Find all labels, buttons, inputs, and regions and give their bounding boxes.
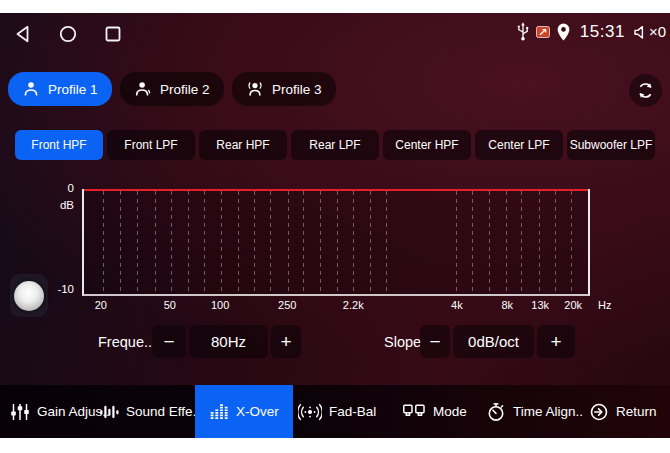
stopwatch-icon: [486, 402, 506, 422]
slope-plus-button[interactable]: +: [537, 325, 575, 358]
slope-value: 0dB/oct: [453, 325, 534, 358]
nav-label: Return: [616, 404, 657, 419]
location-icon: [555, 22, 572, 42]
tab-profile-3[interactable]: Profile 3: [232, 72, 336, 106]
nav-gain-adjust[interactable]: Gain Adjus..: [10, 385, 110, 438]
gridline: [137, 191, 138, 294]
slope-label: Slope: [384, 325, 421, 358]
gridline: [171, 191, 172, 294]
return-arrow-icon: [589, 402, 609, 422]
gridline: [489, 191, 490, 294]
gridline: [103, 191, 104, 294]
back-icon[interactable]: [14, 25, 31, 43]
tab-center-lpf[interactable]: Center LPF: [475, 130, 563, 160]
sound-effect-bars-icon: [99, 402, 119, 422]
gridline: [571, 191, 572, 294]
profile-label: Profile 2: [160, 82, 210, 97]
tab-profile-1[interactable]: Profile 1: [8, 72, 112, 106]
frequency-label: Freque..: [98, 325, 152, 358]
gridline: [254, 191, 255, 294]
x-tick-label: 100: [211, 299, 229, 311]
refresh-icon: [636, 81, 655, 100]
person-with-waves-icon: [246, 80, 264, 98]
x-tick-label: 20: [95, 299, 107, 311]
tab-front-hpf[interactable]: Front HPF: [15, 130, 103, 160]
nav-fad-bal[interactable]: Fad-Bal: [298, 385, 376, 438]
status-bar: 15:31 ×0: [0, 13, 670, 57]
frequency-plus-button[interactable]: +: [271, 325, 301, 358]
gridline: [555, 191, 556, 294]
home-icon[interactable]: [59, 25, 77, 43]
person-with-mark-icon: [134, 80, 152, 98]
gridline: [221, 191, 222, 294]
gridline: [539, 191, 540, 294]
nav-label: Fad-Bal: [329, 404, 376, 419]
y-unit-db: dB: [60, 199, 74, 211]
y-label-minus10: -10: [57, 283, 74, 295]
profile-label: Profile 1: [48, 82, 98, 97]
nav-label: Sound Effe..: [126, 404, 200, 419]
gridline: [472, 191, 473, 294]
nav-label: Mode: [433, 404, 467, 419]
usb-icon: [515, 21, 531, 42]
gain-sliders-icon: [10, 402, 30, 422]
gridline: [120, 191, 121, 294]
chart-x-ticks: 20501002502.2k4k8k13k20k: [82, 299, 590, 313]
fader-balance-speaker-icon: [298, 402, 322, 422]
frequency-minus-button[interactable]: −: [152, 325, 186, 358]
person-icon: [22, 80, 40, 98]
nav-label: Time Align..: [513, 404, 583, 419]
x-unit-hz: Hz: [598, 299, 611, 311]
gridline: [456, 191, 457, 294]
gridline: [270, 191, 271, 294]
tab-subwoofer-lpf[interactable]: Subwoofer LPF: [567, 130, 655, 160]
nav-return[interactable]: Return: [589, 385, 657, 438]
android-nav-keys: [14, 25, 121, 43]
bottom-nav-bar: Gain Adjus.. Sound Effe..: [0, 385, 670, 438]
head-unit-screen: 15:31 ×0 Profile 1: [0, 0, 670, 453]
clock: 15:31: [580, 22, 625, 42]
x-tick-label: 250: [278, 299, 296, 311]
gridline: [238, 191, 239, 294]
tab-front-lpf[interactable]: Front LPF: [107, 130, 195, 160]
tab-center-hpf[interactable]: Center HPF: [383, 130, 471, 160]
filter-tabs: Front HPF Front LPF Rear HPF Rear LPF Ce…: [15, 130, 655, 160]
x-tick-label: 20k: [564, 299, 582, 311]
chart-y-axis-labels: 0 dB -10: [50, 182, 78, 302]
nav-sound-effect[interactable]: Sound Effe..: [99, 385, 200, 438]
gridline: [204, 191, 205, 294]
tab-rear-hpf[interactable]: Rear HPF: [199, 130, 287, 160]
status-icons: 15:31 ×0: [515, 21, 666, 42]
gridline: [337, 191, 338, 294]
xover-settings-app: 15:31 ×0 Profile 1: [0, 13, 670, 438]
volume-muted-indicator[interactable]: ×0: [633, 23, 666, 41]
volume-level: ×0: [649, 23, 666, 40]
rotary-knob[interactable]: [14, 281, 44, 311]
gridline: [353, 191, 354, 294]
gridline: [188, 191, 189, 294]
slope-minus-button[interactable]: −: [420, 325, 450, 358]
y-label-0: 0: [68, 182, 74, 194]
profile-label: Profile 3: [272, 82, 322, 97]
nav-x-over[interactable]: X-Over: [195, 385, 293, 438]
gridline: [386, 191, 387, 294]
mode-windows-icon: [402, 402, 426, 422]
tab-profile-2[interactable]: Profile 2: [120, 72, 224, 106]
nav-time-align[interactable]: Time Align..: [486, 385, 583, 438]
speaker-icon: [633, 23, 648, 41]
x-tick-label: 2.2k: [343, 299, 364, 311]
gridline: [320, 191, 321, 294]
gridline: [521, 191, 522, 294]
gridline: [303, 191, 304, 294]
crossover-eq-icon: [209, 402, 229, 422]
nav-mode[interactable]: Mode: [402, 385, 467, 438]
x-tick-label: 13k: [531, 299, 549, 311]
tab-rear-lpf[interactable]: Rear LPF: [291, 130, 379, 160]
sd-card-icon: [536, 26, 550, 38]
recents-icon[interactable]: [105, 26, 121, 42]
frequency-response-plot: [82, 189, 590, 296]
response-curve-0db: [84, 189, 588, 191]
nav-label: X-Over: [236, 404, 279, 419]
reset-button[interactable]: [629, 74, 662, 107]
x-tick-label: 4k: [451, 299, 463, 311]
